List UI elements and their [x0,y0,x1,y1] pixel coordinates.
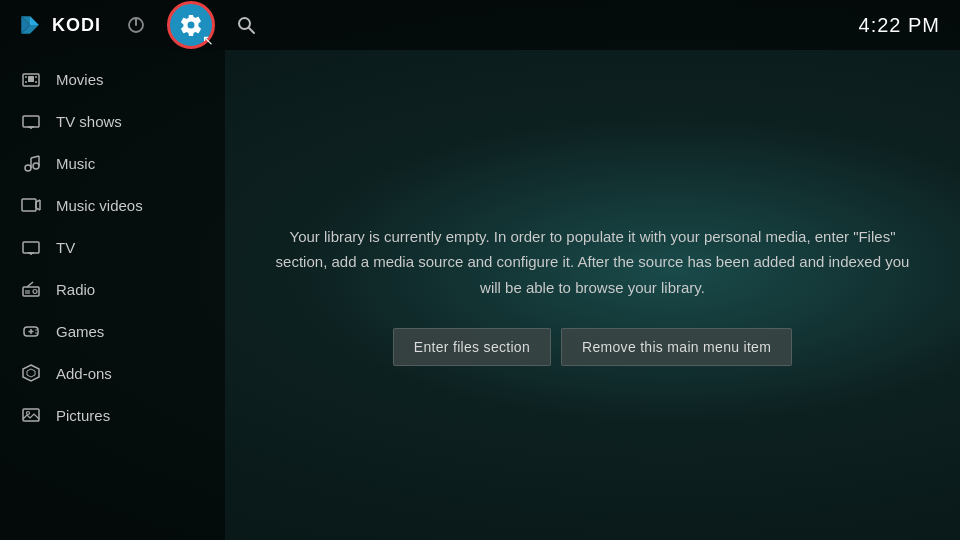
svg-point-9 [25,81,27,83]
empty-state: Your library is currently empty. In orde… [253,204,933,387]
svg-point-11 [35,81,37,83]
svg-point-30 [33,290,37,294]
pictures-label: Pictures [56,407,110,424]
music-icon [20,152,42,174]
header: KODI ↖ 4:22 PM [0,0,960,50]
empty-message: Your library is currently empty. In orde… [273,224,913,301]
cursor-icon: ↖ [202,32,214,48]
addons-icon [20,362,42,384]
svg-rect-21 [22,199,36,211]
app-title: KODI [52,15,101,36]
svg-point-16 [25,165,31,171]
movies-icon [20,68,42,90]
sidebar-item-radio[interactable]: Radio [0,268,225,310]
svg-point-38 [35,332,37,334]
music-label: Music [56,155,95,172]
tv-label: TV [56,239,75,256]
sidebar-item-tvshows[interactable]: TV shows [0,100,225,142]
svg-marker-40 [27,369,35,377]
sidebar-item-tv[interactable]: TV [0,226,225,268]
svg-point-10 [35,76,37,78]
svg-point-42 [27,412,30,415]
pictures-icon [20,404,42,426]
tvshows-label: TV shows [56,113,122,130]
search-button[interactable] [231,10,261,40]
sidebar-item-movies[interactable]: Movies [0,58,225,100]
settings-button[interactable]: ↖ [167,1,215,49]
sidebar-item-pictures[interactable]: Pictures [0,394,225,436]
sidebar-item-music[interactable]: Music [0,142,225,184]
kodi-logo-icon [16,11,44,39]
movies-label: Movies [56,71,104,88]
action-buttons: Enter files section Remove this main men… [273,328,913,366]
tvshows-icon [20,110,42,132]
svg-rect-41 [23,409,39,421]
tv-icon [20,236,42,258]
sidebar-item-games[interactable]: Games [0,310,225,352]
clock: 4:22 PM [859,14,940,37]
addons-label: Add-ons [56,365,112,382]
header-actions: ↖ [121,1,261,49]
svg-marker-2 [30,16,39,25]
svg-rect-26 [23,242,39,253]
sidebar-item-addons[interactable]: Add-ons [0,352,225,394]
power-button[interactable] [121,10,151,40]
radio-icon [20,278,42,300]
games-icon [20,320,42,342]
svg-point-37 [35,329,37,331]
musicvideos-label: Music videos [56,197,143,214]
svg-line-6 [249,28,254,33]
games-label: Games [56,323,104,340]
main-content: Your library is currently empty. In orde… [225,50,960,540]
sidebar-item-musicvideos[interactable]: Music videos [0,184,225,226]
svg-point-17 [33,163,39,169]
radio-label: Radio [56,281,95,298]
svg-rect-13 [23,116,39,127]
remove-menu-item-button[interactable]: Remove this main menu item [561,328,792,366]
musicvideos-icon [20,194,42,216]
sidebar: Movies TV shows Music [0,50,225,540]
gear-icon [179,13,203,37]
logo: KODI [16,11,101,39]
enter-files-button[interactable]: Enter files section [393,328,551,366]
svg-rect-12 [28,76,34,82]
svg-marker-39 [23,365,39,381]
svg-point-8 [25,76,27,78]
svg-line-19 [31,156,39,158]
